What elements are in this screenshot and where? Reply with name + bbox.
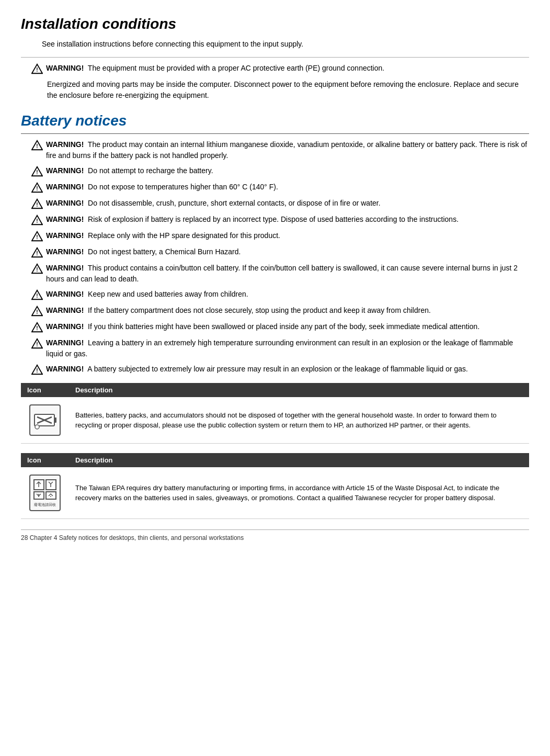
battery-disposal-table: Icon Description [21,383,529,444]
table-battery-disposal: Icon Description [21,383,529,444]
warning-bat-6: ! WARNING! Replace only with the HP spar… [31,230,529,242]
svg-text:!: ! [36,143,38,149]
svg-point-18 [35,425,39,429]
warning-bat-2-text: WARNING! Do not attempt to recharge the … [46,165,213,176]
footer: 28 Chapter 4 Safety notices for desktops… [21,529,529,541]
svg-text:!: ! [36,186,38,191]
warning-icon: ! [31,63,43,75]
svg-text:!: ! [36,170,38,175]
warning-bat-8: ! WARNING! This product contains a coin/… [31,263,529,285]
svg-text:!: ! [36,325,38,331]
warning-icon-bat-2: ! [31,166,43,177]
svg-text:!: ! [36,234,38,240]
warning-bat-1-text: WARNING! The product may contain an inte… [46,139,529,161]
warning-install-1: ! WARNING! The equipment must be provide… [31,63,529,75]
warning-icon-bat-5: ! [31,215,43,226]
warning-bat-4-text: WARNING! Do not disassemble, crush, punc… [46,198,381,209]
warning-bat-5-text: WARNING! Risk of explosion if battery is… [46,214,459,225]
warning-bat-9-text: WARNING! Keep new and used batteries awa… [46,289,248,300]
warning-bat-11-text: WARNING! If you think batteries might ha… [46,321,479,332]
icon-column-header: Icon [21,383,69,397]
taiwan-battery-table: Icon Description [21,453,529,519]
warning-bat-13-text: WARNING! A battery subjected to extremel… [46,364,468,375]
svg-text:!: ! [36,202,38,208]
warning-icon-bat-6: ! [31,231,43,242]
footer-text: 28 Chapter 4 Safety notices for desktops… [21,534,244,541]
table-header-row-2: Icon Description [21,453,529,467]
table-taiwan-battery: Icon Description [21,453,529,519]
warning-icon-bat-13: ! [31,364,43,376]
warning-icon-bat-11: ! [31,322,43,333]
warning-bat-7: ! WARNING! Do not ingest battery, a Chem… [31,246,529,258]
section-divider [21,57,529,58]
table-row: Batteries, battery packs, and accumulato… [21,397,529,444]
warning-icon-bat-10: ! [31,306,43,317]
svg-text:!: ! [36,251,38,256]
svg-text:!: ! [36,218,38,224]
warning-bat-10: ! WARNING! If the battery compartment do… [31,305,529,317]
table-header-row: Icon Description [21,383,529,397]
warning-install-2: Energized and moving parts may be inside… [47,79,529,101]
warning-icon-bat-8: ! [31,263,43,275]
icon-column-header-2: Icon [21,453,69,467]
warning-bat-13: ! WARNING! A battery subjected to extrem… [31,364,529,376]
taiwan-icon-cell: 廢電池請回收 [21,467,69,519]
crossed-battery-icon [29,404,61,436]
svg-text:!: ! [36,293,38,299]
svg-text:!: ! [36,368,38,374]
warning-bat-9: ! WARNING! Keep new and used batteries a… [31,289,529,301]
battery-disposal-desc: Batteries, battery packs, and accumulato… [69,397,529,444]
svg-rect-22 [46,492,56,499]
installation-intro: See installation instructions before con… [42,39,529,50]
description-column-header: Description [69,383,529,397]
battery-section-divider-top [21,133,529,134]
battery-warnings: ! WARNING! The product may contain an in… [21,139,529,376]
description-column-header-2: Description [69,453,529,467]
warning-bat-5: ! WARNING! Risk of explosion if battery … [31,214,529,226]
svg-text:!: ! [36,309,38,315]
warning-bat-7-text: WARNING! Do not ingest battery, a Chemic… [46,246,240,257]
warning-bat-2: ! WARNING! Do not attempt to recharge th… [31,165,529,177]
svg-text:!: ! [36,342,38,347]
taiwan-recycle-icon: 廢電池請回收 [29,475,61,511]
warning-bat-10-text: WARNING! If the battery compartment does… [46,305,431,316]
warning-install-2-text: Energized and moving parts may be inside… [47,79,529,101]
table-row-2: 廢電池請回收 The Taiwan EPA requires dry batte… [21,467,529,519]
warning-bat-3-text: WARNING! Do not expose to temperatures h… [46,182,278,193]
svg-rect-15 [54,418,56,423]
installation-title: Installation conditions [21,16,529,32]
warning-icon-bat-9: ! [31,289,43,301]
installation-section: Installation conditions See installation… [21,16,529,101]
svg-text:!: ! [36,267,38,273]
warning-bat-4: ! WARNING! Do not disassemble, crush, pu… [31,198,529,210]
warning-bat-1: ! WARNING! The product may contain an in… [31,139,529,161]
warning-bat-11: ! WARNING! If you think batteries might … [31,321,529,333]
svg-text:!: ! [36,67,38,73]
warning-bat-12-text: WARNING! Leaving a battery in an extreme… [46,337,529,359]
warning-icon-bat-7: ! [31,247,43,258]
warning-bat-12: ! WARNING! Leaving a battery in an extre… [31,337,529,359]
warning-icon-bat-12: ! [31,338,43,349]
warning-install-1-text: WARNING! The equipment must be provided … [46,63,384,74]
battery-disposal-icon-cell [21,397,69,444]
battery-title: Battery notices [21,112,529,129]
warning-bat-6-text: WARNING! Replace only with the HP spare … [46,230,280,241]
warning-icon-bat-4: ! [31,198,43,210]
warning-bat-8-text: WARNING! This product contains a coin/bu… [46,263,529,285]
taiwan-battery-desc: The Taiwan EPA requires dry battery manu… [69,467,529,519]
battery-section: Battery notices ! WARNING! The product m… [21,112,529,519]
warning-label: WARNING! [46,64,84,72]
warning-icon-bat-3: ! [31,182,43,194]
warning-icon-bat-1: ! [31,140,43,151]
warning-bat-3: ! WARNING! Do not expose to temperatures… [31,182,529,194]
